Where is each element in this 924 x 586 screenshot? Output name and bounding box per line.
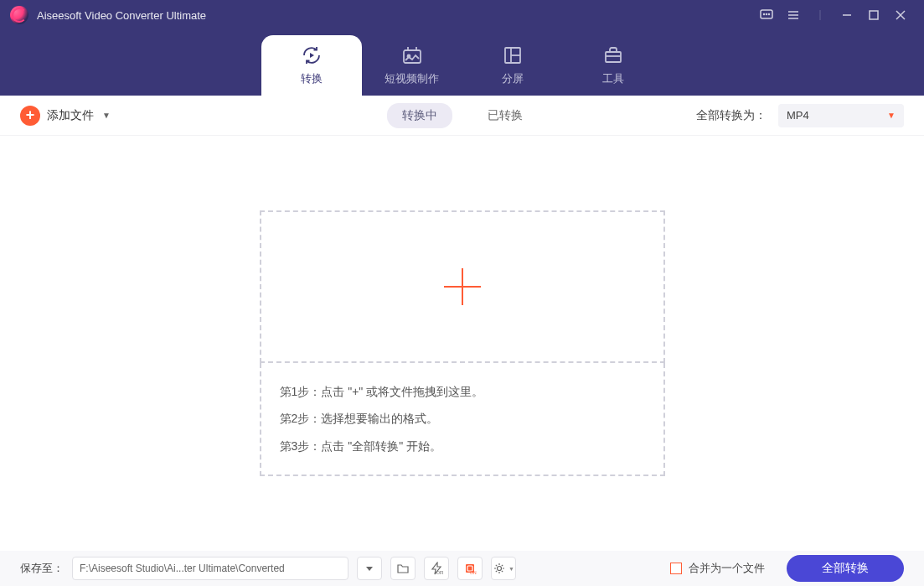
- svg-rect-9: [870, 11, 878, 19]
- app-title: Aiseesoft Video Converter Ultimate: [37, 9, 206, 22]
- chevron-down-icon: ▼: [887, 111, 896, 120]
- tab-toolbox[interactable]: 工具: [563, 35, 663, 96]
- minimize-button[interactable]: [834, 2, 860, 29]
- content-area: 第1步：点击 "+" 或将文件拖拽到这里。 第2步：选择想要输出的格式。 第3步…: [0, 136, 924, 551]
- title-bar: Aiseesoft Video Converter Ultimate: [0, 0, 924, 30]
- save-path-input[interactable]: F:\Aiseesoft Studio\Ai...ter Ultimate\Co…: [72, 557, 348, 580]
- save-to-label: 保存至：: [20, 561, 64, 576]
- merge-checkbox[interactable]: [670, 563, 682, 574]
- drop-area[interactable]: [260, 210, 665, 363]
- svg-marker-24: [366, 567, 373, 571]
- svg-point-1: [764, 14, 765, 15]
- svg-marker-12: [310, 53, 314, 58]
- save-path-value: F:\Aiseesoft Studio\Ai...ter Ultimate\Co…: [80, 563, 285, 574]
- svg-point-2: [767, 14, 767, 15]
- lightning-off-button[interactable]: OFF: [424, 557, 449, 580]
- nav-tabs: 转换 短视频制作 分屏 工具: [0, 30, 924, 96]
- subtab-converting[interactable]: 转换中: [387, 103, 452, 128]
- gpu-on-button[interactable]: ON: [457, 557, 483, 580]
- bottom-bar: 保存至： F:\Aiseesoft Studio\Ai...ter Ultima…: [0, 551, 924, 586]
- add-large-icon: [439, 263, 486, 310]
- tab-collage[interactable]: 分屏: [462, 35, 563, 96]
- steps-panel: 第1步：点击 "+" 或将文件拖拽到这里。 第2步：选择想要输出的格式。 第3步…: [260, 363, 665, 476]
- subtab-converted[interactable]: 已转换: [472, 103, 538, 128]
- app-logo: [10, 6, 28, 24]
- format-value: MP4: [787, 109, 809, 122]
- svg-text:ON: ON: [470, 570, 477, 575]
- svg-rect-15: [404, 50, 421, 63]
- convert-all-to-label: 全部转换为：: [696, 108, 767, 123]
- sub-tabs: 转换中 已转换: [387, 103, 538, 128]
- dropzone[interactable]: 第1步：点击 "+" 或将文件拖拽到这里。 第2步：选择想要输出的格式。 第3步…: [260, 210, 665, 476]
- svg-text:OFF: OFF: [436, 570, 443, 575]
- settings-button[interactable]: ▼: [491, 557, 516, 580]
- svg-point-3: [769, 14, 770, 15]
- svg-point-30: [498, 567, 502, 571]
- tab-label: 分屏: [502, 71, 524, 86]
- tab-mv[interactable]: 短视频制作: [362, 35, 462, 96]
- maximize-button[interactable]: [860, 2, 887, 29]
- menu-icon[interactable]: [780, 2, 807, 29]
- add-file-button[interactable]: + 添加文件 ▼: [20, 106, 111, 126]
- feedback-icon[interactable]: [753, 2, 780, 29]
- divider-icon: [807, 2, 834, 29]
- tab-label: 工具: [602, 71, 624, 86]
- step-2: 第2步：选择想要输出的格式。: [280, 405, 645, 432]
- step-3: 第3步：点击 "全部转换" 开始。: [280, 433, 645, 459]
- chevron-down-icon: ▼: [102, 111, 111, 120]
- toolbar: + 添加文件 ▼ 转换中 已转换 全部转换为： MP4 ▼: [0, 96, 924, 136]
- tab-label: 短视频制作: [385, 71, 439, 86]
- merge-label: 合并为一个文件: [689, 561, 765, 576]
- convert-all-button[interactable]: 全部转换: [787, 555, 904, 582]
- path-dropdown-button[interactable]: [357, 557, 382, 580]
- svg-rect-20: [606, 52, 621, 62]
- step-1: 第1步：点击 "+" 或将文件拖拽到这里。: [280, 378, 645, 405]
- tab-label: 转换: [301, 71, 323, 86]
- add-file-label: 添加文件: [47, 108, 94, 123]
- format-select[interactable]: MP4 ▼: [778, 104, 904, 127]
- plus-icon: +: [20, 106, 40, 126]
- open-folder-button[interactable]: [390, 557, 416, 580]
- close-button[interactable]: [887, 2, 914, 29]
- tab-convert[interactable]: 转换: [261, 35, 362, 96]
- chevron-down-icon: ▼: [508, 566, 514, 572]
- convert-all-label: 全部转换: [822, 561, 869, 576]
